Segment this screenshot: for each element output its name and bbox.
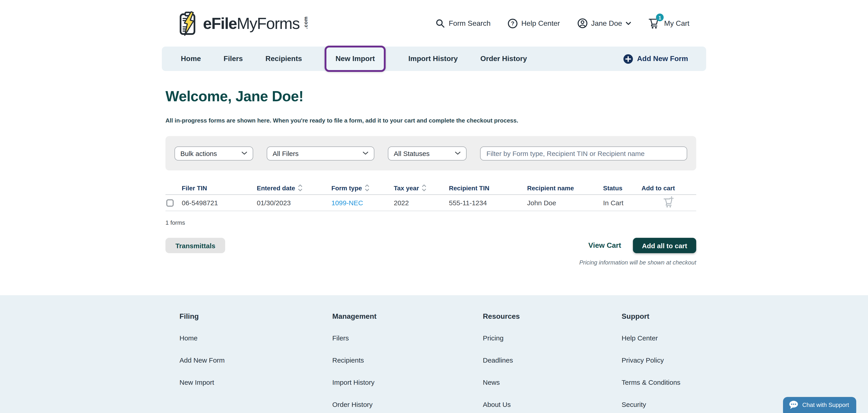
chat-label: Chat with Support [802, 402, 849, 408]
footer-link-deadlines[interactable]: Deadlines [483, 356, 520, 364]
cell-recipient-tin: 555-11-1234 [449, 199, 527, 206]
page-title: Welcome, Jane Doe! [165, 88, 696, 105]
forms-table: Filer TIN Entered date Form type Tax yea… [165, 181, 696, 211]
footer-link-home[interactable]: Home [180, 334, 225, 342]
logo-clipboard-lightning-icon [179, 11, 199, 35]
footer-link-new-import[interactable]: New Import [180, 378, 225, 386]
select-chevron-icon [241, 152, 247, 155]
all-statuses-value: All Statuses [394, 150, 430, 157]
footer-link-about-us[interactable]: About Us [483, 401, 520, 408]
all-filers-value: All Filers [273, 150, 299, 157]
form-search-label: Form Search [449, 19, 491, 27]
col-tax-year[interactable]: Tax year [394, 184, 449, 192]
footer-heading: Management [332, 312, 377, 321]
chat-bubble-icon [789, 401, 798, 409]
all-filers-select[interactable]: All Filers [267, 146, 374, 160]
header-links: Form Search ? Help Center Jane Doe [435, 18, 689, 29]
chat-with-support-button[interactable]: Chat with Support [783, 397, 856, 413]
nav-highlight-box: New Import [324, 46, 385, 72]
user-name-label: Jane Doe [591, 19, 622, 27]
footer-column-management: Management Filers Recipients Import Hist… [332, 312, 377, 408]
sort-icon[interactable] [365, 184, 369, 192]
filter-search-input[interactable] [480, 146, 687, 160]
col-add-to-cart: Add to cart [642, 184, 696, 191]
plus-circle-icon [623, 54, 633, 64]
chevron-down-icon [626, 22, 631, 25]
nav-item-home[interactable]: Home [181, 55, 201, 63]
transmittals-button[interactable]: Transmittals [165, 238, 225, 253]
cell-filer-tin: 06-5498721 [182, 199, 257, 206]
footer-link-filers[interactable]: Filers [332, 334, 377, 342]
col-status: Status [603, 184, 642, 191]
footer-link-news[interactable]: News [483, 378, 520, 386]
add-to-cart-icon[interactable] [663, 196, 675, 208]
cart-badge: 1 [656, 13, 664, 21]
add-all-to-cart-button[interactable]: Add all to cart [633, 238, 696, 253]
logo[interactable]: eFileMyForms .com [179, 11, 312, 35]
my-cart-label: My Cart [664, 19, 689, 27]
my-cart-link[interactable]: 1 My Cart [648, 18, 689, 29]
bulk-actions-value: Bulk actions [180, 150, 217, 157]
pricing-note: Pricing information will be shown at che… [165, 259, 696, 266]
forms-count: 1 forms [165, 219, 696, 226]
form-type-link[interactable]: 1099-NEC [331, 199, 363, 206]
form-search-link[interactable]: Form Search [435, 18, 491, 28]
footer-link-help-center[interactable]: Help Center [622, 334, 680, 342]
sort-icon[interactable] [298, 184, 303, 192]
footer-link-add-new-form[interactable]: Add New Form [180, 356, 225, 364]
cell-recipient-name: John Doe [527, 199, 603, 206]
footer: Filing Home Add New Form New Import Mana… [0, 295, 868, 413]
status-badge: In Cart [603, 199, 642, 206]
nav-item-filers[interactable]: Filers [223, 55, 243, 63]
svg-text:?: ? [511, 20, 515, 26]
col-recipient-tin: Recipient TIN [449, 184, 527, 191]
main-nav: Home Filers Recipients New Import Import… [162, 46, 706, 71]
nav-item-import-history[interactable]: Import History [408, 55, 458, 63]
footer-link-terms[interactable]: Terms & Conditions [622, 378, 680, 386]
all-statuses-select[interactable]: All Statuses [388, 146, 467, 160]
footer-heading: Filing [180, 312, 225, 321]
table-row: 06-5498721 01/30/2023 1099-NEC 2022 555-… [165, 195, 696, 211]
header: eFileMyForms .com Form Search ? Hel [0, 0, 868, 46]
footer-link-security[interactable]: Security [622, 401, 680, 408]
user-menu[interactable]: Jane Doe [577, 18, 631, 29]
col-filer-tin: Filer TIN [182, 184, 257, 191]
actions-row: Transmittals View Cart Add all to cart [165, 238, 696, 253]
help-center-link[interactable]: ? Help Center [508, 18, 560, 28]
add-new-form-button[interactable]: Add New Form [623, 54, 688, 64]
logo-wordmark: eFileMyForms [203, 14, 300, 32]
cell-tax-year: 2022 [394, 199, 449, 206]
add-new-form-label: Add New Form [637, 55, 688, 63]
footer-link-recipients[interactable]: Recipients [332, 356, 377, 364]
footer-heading: Resources [483, 312, 520, 321]
footer-column-resources: Resources Pricing Deadlines News About U… [483, 312, 520, 408]
page: eFileMyForms .com Form Search ? Hel [0, 0, 868, 413]
select-chevron-icon [363, 152, 368, 155]
filter-bar: Bulk actions All Filers All Statuses [165, 136, 696, 170]
view-cart-button[interactable]: View Cart [588, 242, 621, 250]
footer-column-support: Support Help Center Privacy Policy Terms… [622, 312, 680, 408]
logo-tld: .com [303, 16, 308, 29]
nav-item-new-import[interactable]: New Import [336, 55, 375, 63]
sort-icon[interactable] [422, 184, 426, 192]
cell-entered-date: 01/30/2023 [257, 199, 331, 206]
search-icon [435, 18, 445, 28]
page-subtitle: All in-progress forms are shown here. Wh… [165, 117, 696, 124]
row-checkbox[interactable] [166, 199, 174, 206]
bulk-actions-select[interactable]: Bulk actions [175, 146, 253, 160]
nav-item-order-history[interactable]: Order History [480, 55, 527, 63]
col-entered-date[interactable]: Entered date [257, 184, 331, 192]
footer-link-privacy-policy[interactable]: Privacy Policy [622, 356, 680, 364]
table-header-row: Filer TIN Entered date Form type Tax yea… [165, 181, 696, 195]
footer-link-pricing[interactable]: Pricing [483, 334, 520, 342]
footer-link-import-history[interactable]: Import History [332, 378, 377, 386]
col-form-type[interactable]: Form type [331, 184, 394, 192]
help-icon: ? [508, 18, 518, 28]
footer-heading: Support [622, 312, 680, 321]
user-icon [577, 18, 587, 29]
footer-column-filing: Filing Home Add New Form New Import [180, 312, 225, 386]
select-chevron-icon [455, 152, 461, 155]
footer-link-order-history[interactable]: Order History [332, 401, 377, 408]
nav-item-recipients[interactable]: Recipients [266, 55, 302, 63]
help-center-label: Help Center [521, 19, 560, 27]
